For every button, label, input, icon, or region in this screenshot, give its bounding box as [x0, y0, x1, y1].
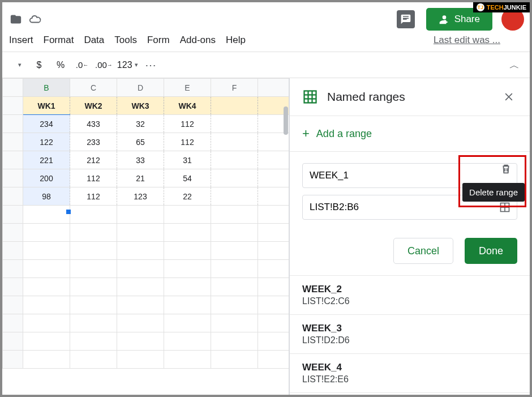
row-header[interactable] [3, 169, 23, 187]
cell[interactable]: WK3 [117, 97, 164, 115]
watermark-badge: TJ TECHJUNKIE [473, 2, 530, 12]
percent-format-button[interactable]: % [52, 57, 69, 74]
cell[interactable]: 22 [164, 187, 211, 206]
row-header[interactable] [3, 151, 23, 169]
last-edit-link[interactable]: Last edit was ... [434, 35, 500, 46]
row-header[interactable] [3, 187, 23, 206]
cell[interactable]: 98 [23, 187, 70, 206]
named-ranges-panel: Named ranges + Add a range Delete range [289, 78, 530, 395]
range-name-label: WEEK_3 [302, 323, 517, 334]
menu-form[interactable]: Form [147, 35, 170, 46]
menu-tools[interactable]: Tools [114, 35, 137, 46]
logo-circle: TJ [477, 3, 484, 11]
menu-data[interactable]: Data [84, 35, 104, 46]
move-icon[interactable] [9, 12, 23, 26]
menu-insert[interactable]: Insert [9, 35, 33, 46]
cell[interactable] [211, 151, 258, 169]
cell[interactable]: 65 [117, 133, 164, 151]
delete-highlight-box: Delete range [458, 155, 526, 207]
named-range-item[interactable]: WEEK_4 LIST!E2:E6 [290, 354, 530, 393]
sheets-icon [302, 89, 318, 105]
cell[interactable] [211, 115, 258, 133]
panel-header: Named ranges [290, 78, 530, 116]
cell[interactable]: 112 [70, 169, 117, 187]
column-header[interactable]: E [164, 79, 211, 97]
range-name-label: WEEK_4 [302, 362, 517, 373]
row-header[interactable] [3, 97, 23, 115]
add-range-label: Add a range [316, 128, 372, 140]
row-header[interactable] [3, 115, 23, 133]
cell[interactable]: 122 [23, 133, 70, 151]
cloud-saved-icon[interactable] [28, 12, 42, 26]
title-bar: Share [2, 2, 530, 33]
cell[interactable]: 112 [164, 133, 211, 151]
column-header[interactable]: B [23, 79, 70, 97]
row-header[interactable] [3, 133, 23, 151]
column-header[interactable]: F [211, 79, 258, 97]
cell[interactable]: 21 [117, 169, 164, 187]
column-header[interactable]: C [70, 79, 117, 97]
collapse-toolbar-button[interactable]: ︿ [506, 57, 523, 74]
currency-format-button[interactable]: $ [31, 57, 48, 74]
menu-help[interactable]: Help [226, 35, 246, 46]
cell[interactable]: 112 [164, 115, 211, 133]
cell[interactable]: 123 [117, 187, 164, 206]
cell[interactable]: 233 [70, 133, 117, 151]
main-area: B C D E F WK1 WK2 WK3 WK4 234 433 32 [2, 78, 530, 395]
cell[interactable]: 31 [164, 151, 211, 169]
add-range-button[interactable]: + Add a range [290, 116, 530, 152]
cell[interactable]: WK4 [164, 97, 211, 115]
cell[interactable]: 221 [23, 151, 70, 169]
menu-bar: Insert Format Data Tools Form Add-ons He… [2, 33, 530, 52]
range-ref-label: LIST!D2:D6 [302, 335, 517, 345]
named-range-item[interactable]: WEEK_3 LIST!D2:D6 [290, 315, 530, 354]
plus-icon: + [302, 126, 310, 141]
vertical-scrollbar[interactable] [284, 106, 288, 135]
selection-handle[interactable] [66, 210, 71, 214]
edit-range-block: Delete range Cancel Done [290, 152, 530, 276]
range-ref-label: LIST!E2:E6 [302, 374, 517, 385]
cell[interactable]: 433 [70, 115, 117, 133]
cell[interactable]: 112 [70, 187, 117, 206]
menu-format[interactable]: Format [44, 35, 74, 46]
cell[interactable]: 200 [23, 169, 70, 187]
delete-range-button[interactable] [500, 163, 514, 177]
cell[interactable] [258, 169, 290, 187]
logo-text-2: JUNKIE [504, 4, 526, 11]
column-header[interactable]: D [117, 79, 164, 97]
cell[interactable]: 54 [164, 169, 211, 187]
cell[interactable] [211, 187, 258, 206]
logo-text-1: TECH [487, 4, 504, 11]
cell[interactable]: 234 [23, 115, 70, 133]
cell[interactable]: 33 [117, 151, 164, 169]
menu-addons[interactable]: Add-ons [180, 35, 216, 46]
more-toolbar-button[interactable]: ⋯ [143, 57, 160, 74]
delete-tooltip: Delete range [462, 183, 525, 202]
named-range-item[interactable]: WEEK_2 LIST!C2:C6 [290, 276, 530, 315]
toolbar: $ % .0← .00→ 123 ⋯ ︿ [2, 52, 530, 78]
share-label: Share [454, 14, 480, 25]
increase-decimal-button[interactable]: .00→ [95, 57, 113, 74]
cell[interactable]: WK2 [70, 97, 117, 115]
decrease-decimal-button[interactable]: .0← [74, 57, 91, 74]
close-panel-button[interactable] [500, 88, 517, 105]
cancel-button[interactable]: Cancel [393, 238, 453, 264]
range-ref-label: LIST!C2:C6 [302, 296, 517, 306]
cell[interactable]: 32 [117, 115, 164, 133]
cell[interactable] [258, 133, 290, 151]
done-button[interactable]: Done [465, 238, 517, 264]
font-size-dropdown[interactable] [9, 57, 26, 74]
column-header[interactable] [258, 79, 290, 97]
cell[interactable]: 212 [70, 151, 117, 169]
cell[interactable]: WK1 [23, 97, 70, 115]
comments-button[interactable] [397, 10, 415, 28]
cell[interactable] [211, 97, 258, 115]
spreadsheet[interactable]: B C D E F WK1 WK2 WK3 WK4 234 433 32 [2, 78, 289, 395]
panel-title: Named ranges [327, 90, 500, 104]
cell[interactable] [211, 169, 258, 187]
cell[interactable] [258, 151, 290, 169]
number-format-dropdown[interactable]: 123 [117, 57, 138, 74]
corner-cell[interactable] [3, 79, 23, 97]
cell[interactable] [258, 187, 290, 206]
cell[interactable] [211, 133, 258, 151]
